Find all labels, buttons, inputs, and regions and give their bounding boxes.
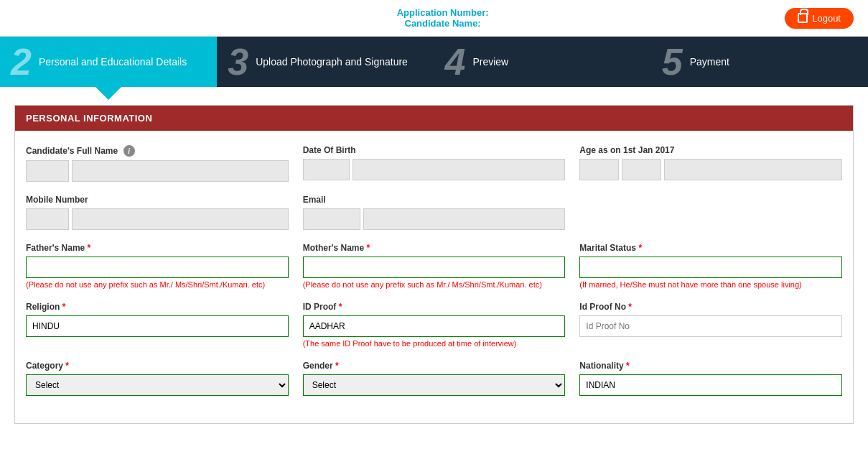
marital-label: Marital Status * bbox=[579, 243, 842, 253]
marital-input[interactable] bbox=[579, 257, 842, 278]
dob-full-input[interactable] bbox=[353, 159, 566, 180]
row-2: Mobile Number Email bbox=[26, 195, 842, 230]
application-number-line: Application Number: bbox=[397, 7, 489, 18]
step-2[interactable]: 2 Personal and Educational Details bbox=[0, 37, 217, 87]
id-proof-no-input[interactable] bbox=[579, 315, 842, 337]
lock-icon bbox=[798, 13, 808, 23]
mobile-group: Mobile Number bbox=[26, 195, 289, 230]
nationality-group: Nationality * bbox=[579, 361, 842, 396]
step-3[interactable]: 3 Upload Photograph and Signature bbox=[217, 37, 434, 87]
category-label: Category * bbox=[26, 361, 289, 371]
religion-group: Religion * bbox=[26, 302, 289, 348]
mobile-value-input[interactable] bbox=[72, 208, 289, 230]
logout-label: Logout bbox=[812, 13, 841, 24]
father-group: Father's Name * (Please do not use any p… bbox=[26, 243, 289, 289]
category-select[interactable]: Select bbox=[26, 374, 289, 396]
nationality-label: Nationality * bbox=[579, 361, 842, 371]
empty-group bbox=[579, 195, 842, 230]
mother-group: Mother's Name * (Please do not use any p… bbox=[303, 243, 566, 289]
religion-label: Religion * bbox=[26, 302, 289, 312]
father-hint: (Please do not use any prefix such as Mr… bbox=[26, 280, 289, 289]
gender-label: Gender * bbox=[303, 361, 566, 371]
candidate-name-line: Candidate Name: bbox=[397, 18, 489, 29]
step-2-label: Personal and Educational Details bbox=[39, 56, 194, 68]
fullname-prefix-input[interactable] bbox=[26, 160, 69, 182]
row-3: Father's Name * (Please do not use any p… bbox=[26, 243, 842, 289]
step-5[interactable]: 5 Payment bbox=[651, 37, 868, 87]
mother-label: Mother's Name * bbox=[303, 243, 566, 253]
age-inputs bbox=[579, 159, 842, 180]
marital-group: Marital Status * (If married, He/She mus… bbox=[579, 243, 842, 289]
header: Application Number: Candidate Name: Logo… bbox=[0, 0, 868, 37]
mobile-label: Mobile Number bbox=[26, 195, 289, 205]
email-prefix-input[interactable] bbox=[303, 208, 360, 230]
step-5-number: 5 bbox=[651, 43, 690, 80]
mother-input[interactable] bbox=[303, 257, 566, 278]
father-input[interactable] bbox=[26, 257, 289, 278]
step-3-label: Upload Photograph and Signature bbox=[256, 56, 415, 68]
fullname-inputs bbox=[26, 160, 289, 182]
marital-hint: (If married, He/She must not have more t… bbox=[579, 280, 842, 289]
id-proof-no-group: Id Proof No * bbox=[579, 302, 842, 348]
age-days-input[interactable] bbox=[664, 159, 842, 180]
application-info: Application Number: Candidate Name: bbox=[397, 7, 489, 29]
dob-group: Date Of Birth bbox=[303, 145, 566, 182]
fullname-group: Candidate's Full Name i bbox=[26, 145, 289, 182]
mobile-prefix-input[interactable] bbox=[26, 208, 69, 230]
id-proof-input[interactable] bbox=[303, 315, 566, 337]
email-value-input[interactable] bbox=[363, 208, 566, 230]
email-inputs bbox=[303, 208, 566, 230]
age-group: Age as on 1st Jan 2017 bbox=[579, 145, 842, 182]
step-4[interactable]: 4 Preview bbox=[434, 37, 651, 87]
mother-hint: (Please do not use any prefix such as Mr… bbox=[303, 280, 566, 289]
email-label: Email bbox=[303, 195, 566, 205]
logout-button[interactable]: Logout bbox=[785, 8, 854, 29]
step-4-label: Preview bbox=[472, 56, 515, 68]
fullname-value-input[interactable] bbox=[72, 160, 289, 182]
step-4-number: 4 bbox=[434, 43, 473, 80]
dob-day-input[interactable] bbox=[303, 159, 350, 180]
form-body: Candidate's Full Name i Date Of Birth Ag… bbox=[15, 131, 853, 423]
id-proof-label: ID Proof * bbox=[303, 302, 566, 312]
fullname-label: Candidate's Full Name i bbox=[26, 145, 289, 157]
nationality-input[interactable] bbox=[579, 374, 842, 396]
id-proof-note: (The same ID Proof have to be produced a… bbox=[303, 339, 566, 348]
age-label: Age as on 1st Jan 2017 bbox=[579, 145, 842, 155]
info-icon[interactable]: i bbox=[123, 145, 135, 157]
email-group: Email bbox=[303, 195, 566, 230]
row-1: Candidate's Full Name i Date Of Birth Ag… bbox=[26, 145, 842, 182]
mobile-inputs bbox=[26, 208, 289, 230]
dob-inputs bbox=[303, 159, 566, 180]
age-months-input[interactable] bbox=[622, 159, 661, 180]
step-3-number: 3 bbox=[217, 43, 256, 80]
row-4: Religion * ID Proof * (The same ID Proof… bbox=[26, 302, 842, 348]
age-years-input[interactable] bbox=[579, 159, 619, 180]
dob-label: Date Of Birth bbox=[303, 145, 566, 155]
steps-navigation: 2 Personal and Educational Details 3 Upl… bbox=[0, 37, 868, 87]
id-proof-group: ID Proof * (The same ID Proof have to be… bbox=[303, 302, 566, 348]
section-title: PERSONAL INFORMATION bbox=[15, 106, 853, 131]
personal-info-section: PERSONAL INFORMATION Candidate's Full Na… bbox=[14, 105, 854, 424]
step-5-label: Payment bbox=[690, 56, 737, 68]
row-5: Category * Select Gender * Select Nati bbox=[26, 361, 842, 396]
gender-group: Gender * Select bbox=[303, 361, 566, 396]
category-group: Category * Select bbox=[26, 361, 289, 396]
father-label: Father's Name * bbox=[26, 243, 289, 253]
religion-input[interactable] bbox=[26, 315, 289, 337]
step-2-number: 2 bbox=[0, 43, 39, 80]
gender-select[interactable]: Select bbox=[303, 374, 566, 396]
id-proof-no-label: Id Proof No * bbox=[579, 302, 842, 312]
